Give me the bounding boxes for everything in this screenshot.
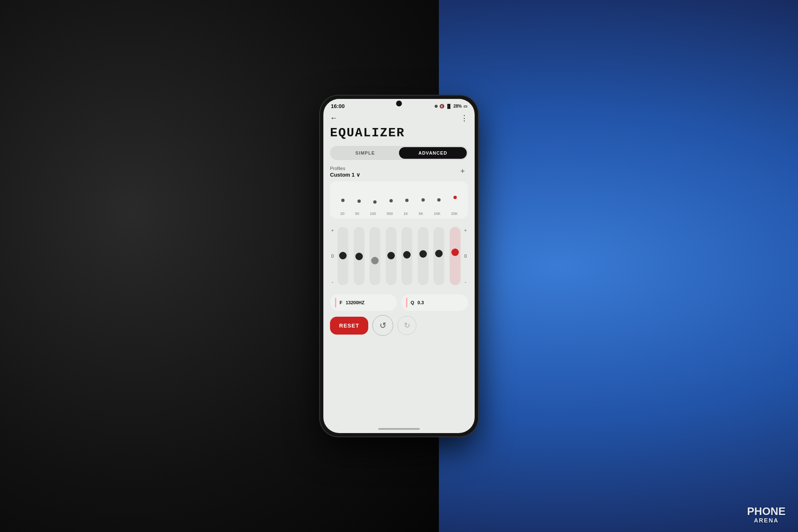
eq-sliders-container: + 0 - [330,224,468,288]
tab-advanced[interactable]: ADVANCED [399,147,467,159]
eq-slider-7[interactable] [433,227,444,285]
sliders-row [336,227,462,285]
status-time: 16:00 [331,103,345,109]
freq-label-5k: 5K [419,212,423,216]
undo-button[interactable]: ↺ [372,315,393,336]
freq-label-500: 500 [387,212,393,216]
add-profile-button[interactable]: + [457,166,468,177]
left-labels: + 0 - [330,224,335,288]
freq-label-100: 100 [370,212,376,216]
freq-label-20: 20 [340,212,345,216]
q-line [406,298,407,308]
eq-slider-2[interactable] [354,227,365,285]
signal-icon: ▐▌ [446,104,452,108]
eq-slider-1[interactable] [337,227,348,285]
profiles-dropdown[interactable]: Custom 1 ∨ [330,172,360,178]
freq-line [335,298,336,308]
profile-name: Custom 1 [330,172,355,178]
q-value: 0.3 [418,300,424,305]
watermark-bottom: ARENA [747,517,786,524]
battery-icon: ▭ [463,104,467,108]
battery-text: 28% [453,104,462,108]
zero-label-left: 0 [330,254,335,259]
action-row: RESET ↺ ↻ [330,315,468,336]
slider-thumb-7[interactable] [435,250,443,257]
slider-thumb-2[interactable] [355,253,363,260]
top-nav: ← ⋮ [330,111,468,126]
phone-device: 16:00 ⊕ 🔇 ▐▌ 28% ▭ ← ⋮ EQUALIZER [320,96,478,436]
mode-tabs: SIMPLE ADVANCED [330,146,468,160]
q-label: Q [411,300,414,305]
plus-label-left: + [330,228,335,233]
right-labels: + 0 - [463,224,468,288]
minus-label-right: - [463,279,468,284]
freq-label-50: 50 [355,212,359,216]
eq-dot-4[interactable] [389,199,393,202]
watermark-top: PHONE [747,505,786,517]
profiles-section: Profiles Custom 1 ∨ [330,166,360,178]
watermark: PHONE ARENA [747,505,786,524]
bluetooth-icon: ⊕ [434,104,438,108]
eq-dot-7[interactable] [437,198,441,202]
freq-label-20k: 20K [451,212,458,216]
redo-button[interactable]: ↻ [397,316,416,335]
home-indicator [323,425,475,433]
minus-label-left: - [330,279,335,284]
slider-thumb-8[interactable] [451,249,459,256]
freq-label-10k: 10K [434,212,441,216]
status-bar: 16:00 ⊕ 🔇 ▐▌ 28% ▭ [323,99,475,111]
eq-dot-5[interactable] [405,199,409,202]
profiles-row: Profiles Custom 1 ∨ + [330,166,468,178]
home-bar [378,428,420,430]
plus-label-right: + [463,228,468,233]
zero-label-right: 0 [463,254,468,259]
eq-slider-8[interactable] [450,227,461,285]
eq-slider-3[interactable] [369,227,380,285]
eq-slider-6[interactable] [418,227,429,285]
more-button[interactable]: ⋮ [461,113,468,123]
slider-thumb-6[interactable] [419,250,427,258]
slider-thumb-5[interactable] [403,251,411,259]
eq-slider-5[interactable] [401,227,412,285]
sound-icon: 🔇 [439,104,444,108]
phone-wrapper: 16:00 ⊕ 🔇 ▐▌ 28% ▭ ← ⋮ EQUALIZER [320,96,478,436]
eq-freq-labels: 20 50 100 500 1K 5K 10K 20K [335,212,463,216]
app-content: ← ⋮ EQUALIZER SIMPLE ADVANCED Profiles C… [323,111,475,425]
freq-control[interactable]: F 13200HZ [330,294,397,311]
q-control[interactable]: Q 0.3 [401,294,468,311]
freq-value: 13200HZ [346,300,365,305]
eq-dot-2[interactable] [357,200,361,203]
eq-dot-1[interactable] [341,199,345,202]
eq-dot-3[interactable] [373,200,377,204]
camera-cutout [396,101,402,106]
eq-dot-8[interactable] [453,196,457,199]
eq-dots [335,188,463,211]
chevron-down-icon: ∨ [356,172,360,178]
reset-button[interactable]: RESET [330,317,368,335]
freq-label-1k: 1K [404,212,408,216]
status-icons: ⊕ 🔇 ▐▌ 28% ▭ [434,104,467,108]
slider-thumb-1[interactable] [339,252,347,259]
slider-thumb-3[interactable] [371,257,379,264]
eq-graph: 20 50 100 500 1K 5K 10K 20K [330,181,468,219]
phone-screen: 16:00 ⊕ 🔇 ▐▌ 28% ▭ ← ⋮ EQUALIZER [323,99,475,433]
eq-slider-4[interactable] [386,227,397,285]
tab-simple[interactable]: SIMPLE [331,147,399,159]
profiles-label: Profiles [330,166,360,171]
slider-thumb-4[interactable] [387,252,395,259]
bottom-controls: F 13200HZ Q 0.3 [330,294,468,311]
freq-label: F [340,300,342,305]
page-title: EQUALIZER [330,126,468,140]
eq-dot-6[interactable] [421,198,425,202]
back-button[interactable]: ← [330,114,337,123]
